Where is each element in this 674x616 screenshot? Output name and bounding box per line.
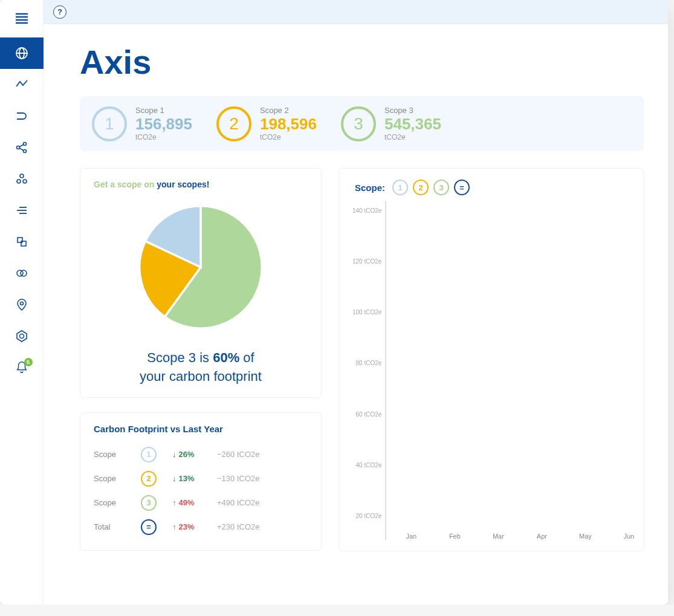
- nav-notifications[interactable]: 5: [0, 352, 44, 383]
- svg-point-21: [21, 270, 27, 276]
- scope-circle-2: 2: [216, 106, 251, 141]
- nav-squares[interactable]: [0, 226, 44, 258]
- hamburger-icon[interactable]: [10, 6, 34, 30]
- notification-badge: 5: [24, 358, 33, 366]
- chart-plot: JanFebMarAprMayJunJul: [385, 201, 630, 540]
- scope-card-1: 1 Scope 1 156,895 tCO2e: [92, 106, 192, 141]
- scope-card-3: 3 Scope 3 545,365 tCO2e: [341, 106, 441, 141]
- scope-filter-chip[interactable]: 3: [433, 180, 449, 195]
- scope-filter-chip[interactable]: 1: [392, 180, 408, 195]
- svg-point-13: [17, 180, 21, 183]
- comparison-row: Total = ↑23% +230 tCO2e: [94, 515, 308, 539]
- svg-point-12: [20, 174, 24, 178]
- nav-overlap[interactable]: [0, 258, 44, 289]
- pie-caption: Scope 3 is 60% of your carbon footprint: [94, 349, 308, 386]
- svg-line-11: [19, 148, 24, 151]
- nav-location[interactable]: [0, 289, 44, 320]
- nav-globe[interactable]: [0, 37, 44, 69]
- scope-badge: =: [141, 519, 157, 535]
- help-button[interactable]: ?: [53, 5, 66, 19]
- svg-marker-23: [17, 331, 27, 342]
- pie-header: Get a scope on your scopes!: [94, 180, 308, 189]
- svg-point-24: [19, 334, 24, 339]
- scope-badge: 1: [141, 447, 157, 462]
- page-title: Axis: [80, 42, 644, 82]
- svg-point-14: [23, 180, 27, 183]
- svg-point-22: [20, 302, 23, 305]
- scope-card-2: 2 Scope 2 198,596 tCO2e: [216, 106, 317, 141]
- scope-badge: 3: [141, 495, 157, 511]
- bar-chart-card: Scope: 123= 140 tCO2e120 tCO2e100 tCO2e8…: [339, 168, 644, 551]
- comparison-row: Scope 3 ↑49% +490 tCO2e: [94, 491, 308, 515]
- main: ? Axis 1 Scope 1 156,895 tCO2e 2 Scope 2…: [44, 0, 668, 605]
- scope-circle-3: 3: [341, 106, 376, 141]
- scope-badge: 2: [141, 471, 157, 487]
- nav-lines[interactable]: [0, 195, 44, 226]
- topbar: ?: [44, 0, 668, 24]
- comparison-title: Carbon Footprint vs Last Year: [94, 424, 308, 434]
- comparison-row: Scope 2 ↓13% −130 tCO2e: [94, 467, 308, 491]
- nav-trend[interactable]: [0, 69, 44, 100]
- chart-header-label: Scope:: [355, 183, 385, 193]
- app-frame: 5 ? Axis 1 Scope 1 156,895 tCO2e 2 Scope…: [0, 0, 668, 605]
- scope-filter-chip[interactable]: =: [454, 180, 470, 195]
- nav-cluster[interactable]: [0, 163, 44, 195]
- pie-chart: [131, 198, 270, 337]
- scope-circle-1: 1: [92, 106, 127, 141]
- scope-cards-row: 1 Scope 1 156,895 tCO2e 2 Scope 2 198,59…: [80, 96, 644, 151]
- nav-settings[interactable]: [0, 320, 44, 352]
- comparison-row: Scope 1 ↓26% −260 tCO2e: [94, 443, 308, 467]
- nav-path[interactable]: [0, 100, 44, 132]
- chart-x-axis: JanFebMarAprMayJunJul: [395, 533, 630, 540]
- chart-header: Scope: 123=: [352, 180, 630, 195]
- nav-network[interactable]: [0, 132, 44, 163]
- content: Axis 1 Scope 1 156,895 tCO2e 2 Scope 2 1…: [44, 24, 668, 563]
- sidebar: 5: [0, 0, 44, 605]
- svg-line-10: [19, 144, 24, 147]
- pie-card: Get a scope on your scopes! Scope 3 is 6…: [80, 168, 322, 398]
- scope-filter-chip[interactable]: 2: [413, 180, 429, 195]
- chart-y-axis: 140 tCO2e120 tCO2e100 tCO2e80 tCO2e60 tC…: [352, 201, 385, 540]
- comparison-card: Carbon Footprint vs Last Year Scope 1 ↓2…: [80, 412, 322, 551]
